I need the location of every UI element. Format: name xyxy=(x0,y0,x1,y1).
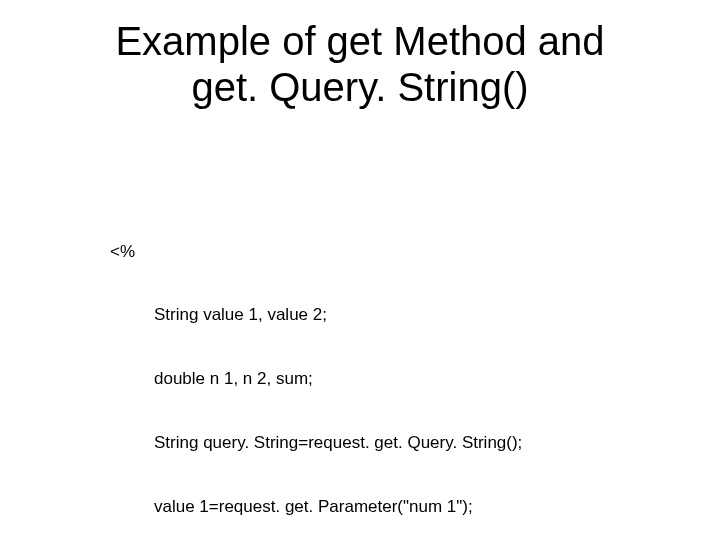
title-line-1: Example of get Method and xyxy=(0,18,720,64)
code-line: String value 1, value 2; xyxy=(154,304,558,325)
slide: Example of get Method and get. Query. St… xyxy=(0,0,720,540)
code-line: value 1=request. get. Parameter("num 1")… xyxy=(154,496,558,517)
code-open-tag: <% xyxy=(110,241,558,262)
slide-title: Example of get Method and get. Query. St… xyxy=(0,18,720,110)
title-line-2: get. Query. String() xyxy=(0,64,720,110)
code-line: double n 1, n 2, sum; xyxy=(154,368,558,389)
code-block: <% String value 1, value 2; double n 1, … xyxy=(110,198,558,540)
code-line: String query. String=request. get. Query… xyxy=(154,432,558,453)
